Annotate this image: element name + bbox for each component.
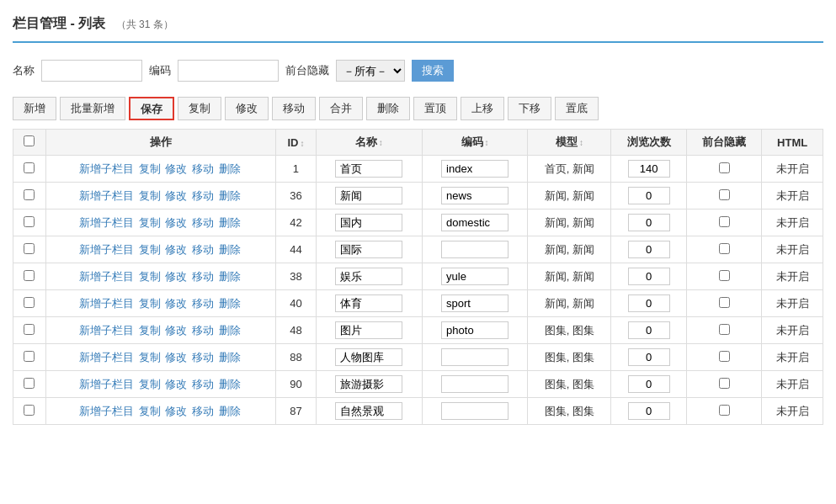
op-删除-link[interactable]: 删除 [219, 216, 241, 229]
row-code-input[interactable] [441, 214, 509, 231]
op-删除-link[interactable]: 删除 [219, 324, 241, 337]
op-删除-link[interactable]: 删除 [219, 243, 241, 256]
row-code-input[interactable] [441, 241, 509, 258]
row-views-input[interactable] [628, 348, 670, 366]
op-修改-link[interactable]: 修改 [165, 189, 187, 202]
top-button[interactable]: 置顶 [413, 97, 457, 120]
row-hidden-checkbox[interactable] [719, 216, 730, 227]
row-hidden-checkbox[interactable] [719, 378, 730, 389]
search-button[interactable]: 搜索 [412, 60, 454, 82]
row-checkbox[interactable] [24, 405, 35, 416]
row-checkbox[interactable] [24, 270, 35, 281]
row-name-input[interactable] [335, 294, 402, 312]
delete-button[interactable]: 删除 [366, 97, 410, 120]
op-复制-link[interactable]: 复制 [139, 243, 161, 256]
row-name-input[interactable] [335, 348, 402, 366]
row-hidden-checkbox[interactable] [719, 324, 730, 335]
merge-button[interactable]: 合并 [319, 97, 363, 120]
row-checkbox[interactable] [24, 162, 35, 173]
op-复制-link[interactable]: 复制 [139, 405, 161, 417]
edit-button[interactable]: 修改 [225, 97, 269, 120]
row-code-input[interactable] [441, 375, 509, 393]
copy-button[interactable]: 复制 [178, 97, 221, 120]
op-新增子栏目-link[interactable]: 新增子栏目 [79, 243, 134, 256]
row-code-input[interactable] [441, 348, 509, 366]
row-views-input[interactable] [628, 375, 670, 393]
op-删除-link[interactable]: 删除 [219, 378, 241, 390]
row-name-input[interactable] [335, 241, 402, 258]
row-checkbox[interactable] [24, 216, 35, 227]
row-name-input[interactable] [335, 321, 402, 339]
op-修改-link[interactable]: 修改 [165, 216, 187, 229]
row-checkbox[interactable] [24, 324, 35, 335]
op-修改-link[interactable]: 修改 [165, 324, 187, 337]
op-复制-link[interactable]: 复制 [139, 297, 161, 310]
op-新增子栏目-link[interactable]: 新增子栏目 [79, 324, 134, 337]
op-移动-link[interactable]: 移动 [192, 378, 214, 390]
up-button[interactable]: 上移 [461, 97, 504, 120]
row-views-input[interactable] [628, 402, 670, 420]
op-新增子栏目-link[interactable]: 新增子栏目 [79, 351, 134, 363]
op-移动-link[interactable]: 移动 [192, 405, 214, 417]
row-name-input[interactable] [335, 375, 402, 393]
op-移动-link[interactable]: 移动 [192, 216, 214, 229]
op-删除-link[interactable]: 删除 [219, 351, 241, 363]
op-新增子栏目-link[interactable]: 新增子栏目 [79, 378, 134, 390]
op-删除-link[interactable]: 删除 [219, 189, 241, 202]
row-name-input[interactable] [335, 268, 402, 285]
op-修改-link[interactable]: 修改 [165, 297, 187, 310]
op-新增子栏目-link[interactable]: 新增子栏目 [79, 297, 134, 310]
op-移动-link[interactable]: 移动 [192, 243, 214, 256]
op-移动-link[interactable]: 移动 [192, 351, 214, 363]
op-新增子栏目-link[interactable]: 新增子栏目 [79, 189, 134, 202]
batch-add-button[interactable]: 批量新增 [60, 97, 125, 120]
op-复制-link[interactable]: 复制 [139, 324, 161, 337]
row-hidden-checkbox[interactable] [719, 351, 730, 362]
row-checkbox[interactable] [24, 297, 35, 308]
op-修改-link[interactable]: 修改 [165, 162, 187, 175]
op-修改-link[interactable]: 修改 [165, 378, 187, 390]
op-移动-link[interactable]: 移动 [192, 297, 214, 310]
row-code-input[interactable] [441, 160, 509, 178]
row-views-input[interactable] [628, 187, 670, 204]
row-hidden-checkbox[interactable] [719, 405, 730, 416]
name-search-input[interactable] [41, 60, 142, 82]
save-button[interactable]: 保存 [129, 97, 174, 120]
op-复制-link[interactable]: 复制 [139, 270, 161, 283]
hidden-select[interactable]: －所有－ [336, 60, 405, 82]
row-code-input[interactable] [441, 187, 509, 204]
op-复制-link[interactable]: 复制 [139, 216, 161, 229]
row-views-input[interactable] [628, 160, 670, 178]
op-新增子栏目-link[interactable]: 新增子栏目 [79, 270, 134, 283]
op-删除-link[interactable]: 删除 [219, 297, 241, 310]
op-修改-link[interactable]: 修改 [165, 270, 187, 283]
row-views-input[interactable] [628, 214, 670, 231]
row-checkbox[interactable] [24, 243, 35, 254]
op-移动-link[interactable]: 移动 [192, 324, 214, 337]
op-修改-link[interactable]: 修改 [165, 351, 187, 363]
op-修改-link[interactable]: 修改 [165, 405, 187, 417]
op-新增子栏目-link[interactable]: 新增子栏目 [79, 162, 134, 175]
op-移动-link[interactable]: 移动 [192, 270, 214, 283]
op-删除-link[interactable]: 删除 [219, 162, 241, 175]
op-移动-link[interactable]: 移动 [192, 189, 214, 202]
op-删除-link[interactable]: 删除 [219, 270, 241, 283]
row-name-input[interactable] [335, 187, 402, 204]
row-name-input[interactable] [335, 160, 402, 178]
row-views-input[interactable] [628, 321, 670, 339]
bottom-button[interactable]: 置底 [555, 97, 599, 120]
move-button[interactable]: 移动 [272, 97, 316, 120]
row-views-input[interactable] [628, 294, 670, 312]
op-复制-link[interactable]: 复制 [139, 378, 161, 390]
op-移动-link[interactable]: 移动 [192, 162, 214, 175]
row-code-input[interactable] [441, 268, 509, 285]
row-name-input[interactable] [335, 214, 402, 231]
row-hidden-checkbox[interactable] [719, 270, 730, 281]
row-hidden-checkbox[interactable] [719, 162, 730, 173]
row-hidden-checkbox[interactable] [719, 189, 730, 200]
row-views-input[interactable] [628, 241, 670, 258]
row-checkbox[interactable] [24, 378, 35, 389]
down-button[interactable]: 下移 [508, 97, 551, 120]
op-新增子栏目-link[interactable]: 新增子栏目 [79, 405, 134, 417]
add-button[interactable]: 新增 [13, 97, 56, 120]
